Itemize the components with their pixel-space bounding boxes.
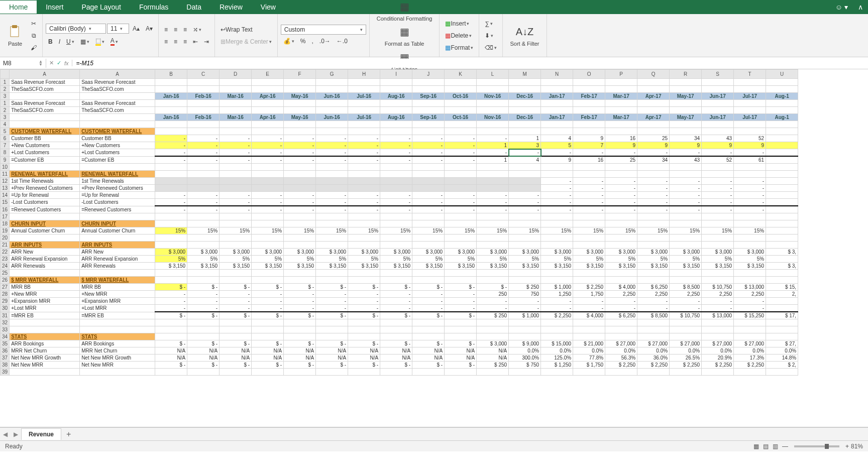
cell[interactable]	[509, 107, 541, 114]
cell[interactable]: 5%	[348, 256, 380, 263]
cell[interactable]: =Up for Renewal	[10, 192, 80, 199]
cell[interactable]: -	[573, 298, 605, 305]
cell[interactable]: $ -	[380, 312, 412, 319]
cell[interactable]	[766, 79, 798, 86]
cell[interactable]: $ 3,000	[477, 249, 509, 256]
cell[interactable]: $ 3,000	[412, 249, 445, 256]
cell[interactable]	[445, 220, 477, 227]
cell[interactable]	[252, 270, 284, 277]
cell[interactable]: N/A	[445, 354, 477, 362]
cell[interactable]: -	[445, 206, 477, 213]
cell[interactable]: Jul-17	[734, 93, 766, 100]
cell[interactable]: $ 10,750	[702, 284, 734, 291]
cell[interactable]: -	[220, 142, 252, 149]
cell[interactable]: -	[348, 206, 380, 213]
cell[interactable]	[10, 369, 80, 376]
cell[interactable]	[187, 100, 220, 107]
cell[interactable]	[766, 319, 798, 326]
cell[interactable]: 52	[702, 156, 734, 164]
cell[interactable]: -	[155, 291, 187, 298]
font-color-button[interactable]: A▾	[108, 35, 121, 48]
cell[interactable]: -	[445, 199, 477, 206]
cell[interactable]: -	[412, 149, 445, 157]
cell[interactable]	[605, 121, 637, 128]
cell[interactable]: -	[734, 206, 766, 213]
cell[interactable]: $ 3,000	[637, 249, 670, 256]
cell[interactable]: 15%	[509, 227, 541, 234]
cell[interactable]: $ 3,000	[477, 340, 509, 347]
cell[interactable]	[348, 79, 380, 86]
cell[interactable]	[766, 256, 798, 263]
cell[interactable]: 3	[509, 142, 541, 149]
cell[interactable]	[541, 86, 573, 93]
cell[interactable]	[252, 86, 284, 93]
cell[interactable]: -	[412, 135, 445, 142]
cell[interactable]: N/A	[187, 354, 220, 362]
cell[interactable]: $ -	[220, 312, 252, 319]
cell[interactable]: -	[573, 185, 605, 192]
cell[interactable]: -	[412, 206, 445, 213]
cell[interactable]: -	[348, 291, 380, 298]
cell[interactable]: 0.0%	[605, 347, 637, 354]
cell[interactable]	[541, 326, 573, 333]
cell[interactable]	[220, 369, 252, 376]
cell[interactable]: -	[316, 192, 348, 199]
cell[interactable]	[445, 242, 477, 249]
cell[interactable]	[380, 107, 412, 114]
cell[interactable]: ARR New	[10, 249, 80, 256]
tab-data[interactable]: Data	[177, 1, 210, 14]
cell[interactable]	[477, 171, 509, 178]
cell[interactable]: +Expansion MRR	[10, 298, 80, 305]
cell[interactable]	[766, 234, 798, 242]
cell[interactable]	[155, 185, 187, 192]
cell[interactable]: TheSaaSCFO.com	[80, 86, 155, 93]
cell[interactable]	[187, 213, 220, 220]
cell[interactable]: $ -	[348, 284, 380, 291]
row-header[interactable]: 33	[1, 326, 10, 333]
cell[interactable]: -	[541, 149, 573, 157]
cell[interactable]: $ MRR WATERFALL	[80, 277, 155, 284]
cell[interactable]	[220, 270, 252, 277]
cell[interactable]: -Lost Customers	[10, 199, 80, 206]
cell[interactable]	[734, 128, 766, 135]
cell[interactable]	[573, 270, 605, 277]
cell[interactable]	[445, 369, 477, 376]
cell[interactable]	[220, 220, 252, 227]
cell[interactable]	[10, 326, 80, 333]
cell[interactable]: N/A	[348, 347, 380, 354]
cell[interactable]	[573, 100, 605, 107]
cell[interactable]: -	[316, 298, 348, 305]
cell[interactable]: Mar-17	[605, 114, 637, 121]
cell[interactable]: -	[734, 298, 766, 305]
cell[interactable]	[380, 128, 412, 135]
cell[interactable]: N/A	[348, 354, 380, 362]
cell[interactable]: -	[702, 192, 734, 199]
cell[interactable]	[702, 213, 734, 220]
cell[interactable]	[670, 333, 702, 340]
cell[interactable]: 15%	[637, 227, 670, 234]
cell[interactable]: -	[477, 199, 509, 206]
cell[interactable]	[702, 128, 734, 135]
cell[interactable]: 15%	[702, 227, 734, 234]
cell[interactable]	[477, 319, 509, 326]
cell[interactable]: $ 3,150	[348, 263, 380, 270]
cell[interactable]	[509, 178, 541, 185]
cell[interactable]	[734, 86, 766, 93]
cell[interactable]: -	[252, 142, 284, 149]
col-header[interactable]: B	[155, 70, 187, 79]
cell[interactable]: -	[348, 305, 380, 312]
cell[interactable]	[445, 270, 477, 277]
cell[interactable]: 5%	[734, 256, 766, 263]
cell[interactable]	[509, 234, 541, 242]
cell[interactable]: Dec-16	[509, 114, 541, 121]
paste-button[interactable]: Paste	[3, 23, 27, 48]
cell[interactable]	[670, 128, 702, 135]
cell[interactable]	[155, 86, 187, 93]
cell[interactable]	[445, 234, 477, 242]
cell[interactable]	[541, 128, 573, 135]
cell[interactable]	[766, 185, 798, 192]
cell[interactable]: ARR INPUTS	[80, 242, 155, 249]
cell[interactable]	[509, 369, 541, 376]
cell[interactable]	[220, 326, 252, 333]
cell[interactable]: 0.0%	[509, 347, 541, 354]
